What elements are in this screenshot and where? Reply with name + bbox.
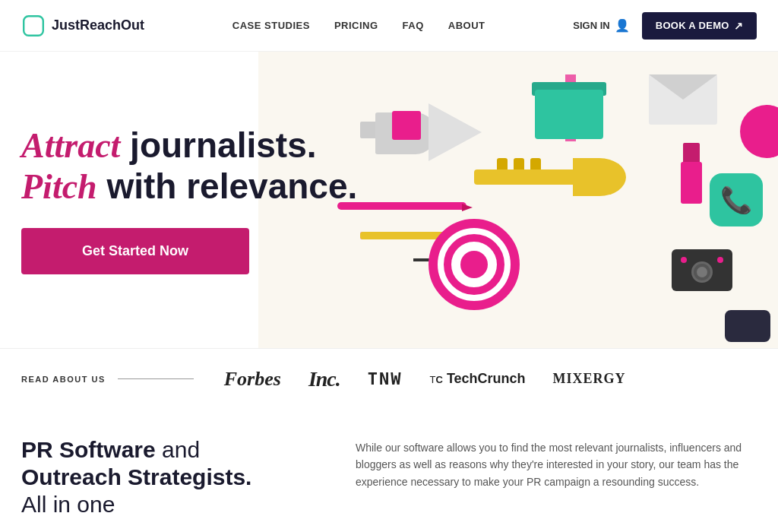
bottom-headline-bold1: PR Software <box>21 437 156 462</box>
dark-oval <box>725 310 770 342</box>
press-logo-tc: TC TechCrunch <box>430 371 526 387</box>
gift-box-illustration <box>535 74 611 143</box>
nav-link-about[interactable]: ABOUT <box>448 20 485 31</box>
pink-circle-decoration <box>740 105 778 158</box>
navbar: JustReachOut CASE STUDIES PRICING FAQ AB… <box>0 0 778 52</box>
press-logo-tnw: TNW <box>368 369 403 388</box>
read-about-us: READ ABOUT US <box>21 375 194 384</box>
phone-app-icon: 📞 <box>710 173 763 226</box>
press-logo-inc: Inc. <box>308 367 340 391</box>
recorder-illustration <box>672 249 732 295</box>
target-illustration <box>429 219 527 318</box>
bottom-section: PR Software and Outreach Strategists. Al… <box>0 409 778 532</box>
read-line-divider <box>118 378 194 379</box>
bottom-left: PR Software and Outreach Strategists. Al… <box>21 436 310 517</box>
hero-journalists: journalists. <box>120 125 316 165</box>
trumpet-body <box>474 169 580 185</box>
external-link-icon: ↗ <box>734 20 743 32</box>
press-logo-mixergy: MIXERGY <box>553 371 626 387</box>
sign-in-label: SIGN IN <box>573 20 609 31</box>
hero-relevance: with relevance. <box>97 166 358 206</box>
bottom-headline-and: and <box>156 437 200 462</box>
phone-icon-bg: 📞 <box>710 173 763 226</box>
bottom-headline-sub: All in one <box>21 492 115 517</box>
bottom-right: While our software allows you to find th… <box>356 436 757 517</box>
envelope-illustration <box>649 74 717 125</box>
hero-headline: Attract journalists. Pitch with relevanc… <box>21 125 374 207</box>
pen-tip <box>462 204 473 211</box>
press-bar: READ ABOUT US Forbes Inc. TNW TC TechCru… <box>0 348 778 409</box>
press-logos: Forbes Inc. TNW TC TechCrunch MIXERGY <box>224 367 757 391</box>
sign-in-button[interactable]: SIGN IN 👤 <box>573 18 629 33</box>
tc-prefix: T <box>430 374 436 385</box>
target-bullseye <box>460 251 488 278</box>
envelope-flap <box>649 74 717 100</box>
megaphone-cone <box>429 103 482 161</box>
logo-text: JustReachOut <box>52 17 144 33</box>
bottom-headline: PR Software and Outreach Strategists. Al… <box>21 436 310 518</box>
recorder-dot-left <box>681 257 687 263</box>
dark-oval-illustration <box>725 310 770 342</box>
hero-section: Attract journalists. Pitch with relevanc… <box>0 52 778 348</box>
hero-left: Attract journalists. Pitch with relevanc… <box>0 95 395 306</box>
logo-icon <box>21 14 46 38</box>
nav-link-faq[interactable]: FAQ <box>403 20 424 31</box>
press-logo-forbes: Forbes <box>224 368 281 391</box>
book-demo-label: BOOK A DEMO <box>656 20 729 31</box>
svg-rect-0 <box>24 16 43 36</box>
tc-full: TechCrunch <box>447 371 526 386</box>
bottom-headline-bold2: Outreach Strategists. <box>21 464 251 489</box>
phone-icon-symbol: 📞 <box>720 185 752 215</box>
read-label: READ ABOUT US <box>21 375 106 384</box>
tube-body <box>681 162 702 204</box>
trumpet-illustration <box>474 158 641 219</box>
tube-illustration <box>681 143 702 204</box>
trumpet-bell <box>573 158 626 196</box>
hero-content: Attract journalists. Pitch with relevanc… <box>21 125 374 275</box>
user-icon: 👤 <box>615 18 630 33</box>
nav-actions: SIGN IN 👤 BOOK A DEMO ↗ <box>573 12 757 40</box>
get-started-button[interactable]: Get Started Now <box>21 228 249 274</box>
tc-mid: C <box>436 374 443 385</box>
book-demo-button[interactable]: BOOK A DEMO ↗ <box>642 12 757 40</box>
recorder-lens-inner <box>697 267 707 277</box>
logo[interactable]: JustReachOut <box>21 14 144 38</box>
recorder-body <box>672 249 732 291</box>
bottom-body-text: While our software allows you to find th… <box>356 439 757 490</box>
recorder-dot-right <box>717 257 723 263</box>
hero-attract: Attract <box>21 126 120 165</box>
hero-pitch: Pitch <box>21 167 97 206</box>
box-body <box>535 90 603 139</box>
nav-link-case-studies[interactable]: CASE STUDIES <box>232 20 310 31</box>
nav-link-pricing[interactable]: PRICING <box>334 20 378 31</box>
megaphone-accent <box>392 111 421 140</box>
nav-links: CASE STUDIES PRICING FAQ ABOUT <box>232 20 485 31</box>
